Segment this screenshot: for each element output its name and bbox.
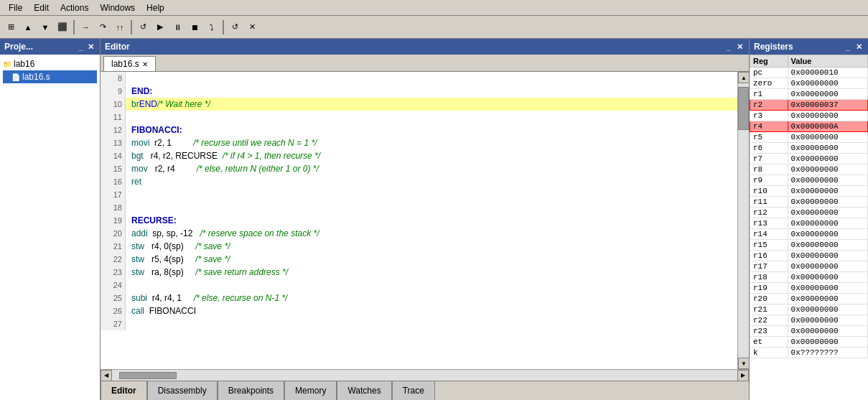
tb-sep3 xyxy=(223,20,224,34)
menubar: File Edit Actions Windows Help xyxy=(0,0,868,16)
menu-actions[interactable]: Actions xyxy=(55,1,94,14)
instr-mov: mov xyxy=(131,164,148,174)
tb-extra2[interactable]: ✕ xyxy=(244,19,260,35)
line-num-26: 26 xyxy=(101,304,126,317)
editor-tab-close[interactable]: ✕ xyxy=(142,60,148,68)
hscroll-left-btn[interactable]: ◀ xyxy=(101,370,112,381)
file-icon: 📄 xyxy=(11,73,20,81)
line-content-18 xyxy=(126,201,737,214)
hscroll-right-btn[interactable]: ▶ xyxy=(737,370,749,381)
reg-value-r20: 0x00000000 xyxy=(788,294,867,304)
scroll-up-btn[interactable]: ▲ xyxy=(738,72,749,83)
reg-row-r23: r230x00000000 xyxy=(750,326,868,337)
tb-connect[interactable]: ⤵ xyxy=(204,19,220,35)
tab-editor[interactable]: Editor xyxy=(101,381,147,400)
scroll-down-btn[interactable]: ▼ xyxy=(738,358,749,369)
reg-name-pc: pc xyxy=(750,68,788,78)
tb-stop[interactable]: ⬛ xyxy=(55,19,70,35)
tb-step-into[interactable]: → xyxy=(78,19,93,35)
project-panel-close[interactable]: ✕ xyxy=(86,42,95,52)
reg-row-pc: pc0x00000010 xyxy=(750,68,868,78)
comment-22: /* save */ xyxy=(195,254,230,264)
scroll-track xyxy=(738,83,749,358)
line-content-22: stw r5, 4(sp) /* save */ xyxy=(126,253,737,266)
line-num-24: 24 xyxy=(101,279,126,292)
bottom-tabs: Editor Disassembly Breakpoints Memory Wa… xyxy=(101,381,749,400)
menu-file[interactable]: File xyxy=(3,1,28,14)
reg-value-r21: 0x00000000 xyxy=(788,304,867,315)
tb-new[interactable]: ⊞ xyxy=(3,19,19,35)
comment-10: /* Wait here */ xyxy=(157,99,210,109)
line-num-8: 8 xyxy=(101,72,126,85)
tb-pause[interactable]: ⏸ xyxy=(169,19,185,35)
reg-row-r2: r20x00000037 xyxy=(750,100,868,111)
registers-table-container[interactable]: Reg Value pc0x00000010zero0x00000000r10x… xyxy=(750,55,868,400)
instr-ret: ret xyxy=(131,177,141,187)
line-num-23: 23 xyxy=(101,266,126,279)
project-tree: 📁 lab16 📄 lab16.s xyxy=(0,55,100,400)
reg-value-zero: 0x00000000 xyxy=(788,78,867,89)
code-line-24: 24 xyxy=(101,279,737,292)
tb-down[interactable]: ▼ xyxy=(37,19,53,35)
line-num-14: 14 xyxy=(101,149,126,162)
code-line-19: 19 RECURSE: xyxy=(101,214,737,227)
registers-title: Registers xyxy=(754,42,793,52)
tb-run[interactable]: ▶ xyxy=(152,19,168,35)
reg-value-r6: 0x00000000 xyxy=(788,143,867,154)
tab-trace[interactable]: Trace xyxy=(392,381,435,400)
code-line-22: 22 stw r5, 4(sp) /* save */ xyxy=(101,253,737,266)
reg-row-r1: r10x00000000 xyxy=(750,89,868,100)
comment-21: /* save */ xyxy=(195,241,230,251)
tb-step-out[interactable]: ↑↑ xyxy=(112,19,128,35)
project-panel-title: Proje... xyxy=(4,42,33,52)
reg-row-r20: r200x00000000 xyxy=(750,294,868,304)
horizontal-scrollbar[interactable]: ◀ ▶ xyxy=(101,369,749,381)
tab-watches[interactable]: Watches xyxy=(337,381,391,400)
code-line-10: 10 br END /* Wait here */ xyxy=(101,98,737,111)
main-area: Proje... _ ✕ 📁 lab16 📄 lab16.s Editor _ … xyxy=(0,39,868,400)
hscroll-thumb[interactable] xyxy=(119,372,177,379)
editor-minimize[interactable]: _ xyxy=(725,42,732,52)
project-panel-minimize[interactable]: _ xyxy=(78,42,85,52)
reg-name-r7: r7 xyxy=(750,154,788,164)
tab-memory[interactable]: Memory xyxy=(284,381,337,400)
instr-movi: movi xyxy=(131,138,149,148)
registers-minimize[interactable]: _ xyxy=(844,42,851,52)
reg-name-r1: r1 xyxy=(750,89,788,100)
tab-disassembly[interactable]: Disassembly xyxy=(147,381,218,400)
line-content-17 xyxy=(126,188,737,201)
tb-up[interactable]: ▲ xyxy=(20,19,36,35)
code-line-17: 17 xyxy=(101,188,737,201)
comment-25: /* else, recurse on N-1 */ xyxy=(194,293,288,303)
reg-value-r8: 0x00000000 xyxy=(788,164,867,175)
tree-item-lab16[interactable]: 📁 lab16 xyxy=(3,57,97,70)
reg-value-r13: 0x00000000 xyxy=(788,218,867,229)
menu-edit[interactable]: Edit xyxy=(28,1,55,14)
reg-name-r18: r18 xyxy=(750,272,788,283)
editor-close[interactable]: ✕ xyxy=(735,42,745,52)
reg-row-r16: r160x00000000 xyxy=(750,251,868,261)
reg-row-r11: r110x00000000 xyxy=(750,197,868,208)
tb-stop2[interactable]: ⏹ xyxy=(187,19,202,35)
tab-breakpoints[interactable]: Breakpoints xyxy=(218,381,284,400)
menu-help[interactable]: Help xyxy=(141,1,170,14)
vertical-scrollbar[interactable]: ▲ ▼ xyxy=(737,72,749,369)
tb-extra1[interactable]: ↺ xyxy=(227,19,243,35)
reg-value-r17: 0x00000000 xyxy=(788,261,867,272)
reg-value-r14: 0x00000000 xyxy=(788,229,867,240)
instr-call: call xyxy=(131,306,144,316)
tb-step-over[interactable]: ↷ xyxy=(95,19,111,35)
reg-row-r12: r120x00000000 xyxy=(750,208,868,218)
reg-name-r17: r17 xyxy=(750,261,788,272)
code-scroll[interactable]: 8 9 END: 10 br END /* Wait here */ xyxy=(101,72,737,369)
tree-item-lab16s[interactable]: 📄 lab16.s xyxy=(3,70,97,83)
registers-close[interactable]: ✕ xyxy=(854,42,864,52)
line-content-25: subi r4, r4, 1 /* else, recurse on N-1 *… xyxy=(126,292,737,304)
editor-tab-lab16s[interactable]: lab16.s ✕ xyxy=(103,56,156,71)
tb-rewind[interactable]: ↺ xyxy=(135,19,151,35)
reg-row-k: k0x???????? xyxy=(750,348,868,358)
menu-windows[interactable]: Windows xyxy=(94,1,141,14)
reg-value-r4: 0x0000000A xyxy=(788,121,867,132)
code-line-27: 27 xyxy=(101,317,737,330)
scroll-thumb[interactable] xyxy=(738,87,749,130)
